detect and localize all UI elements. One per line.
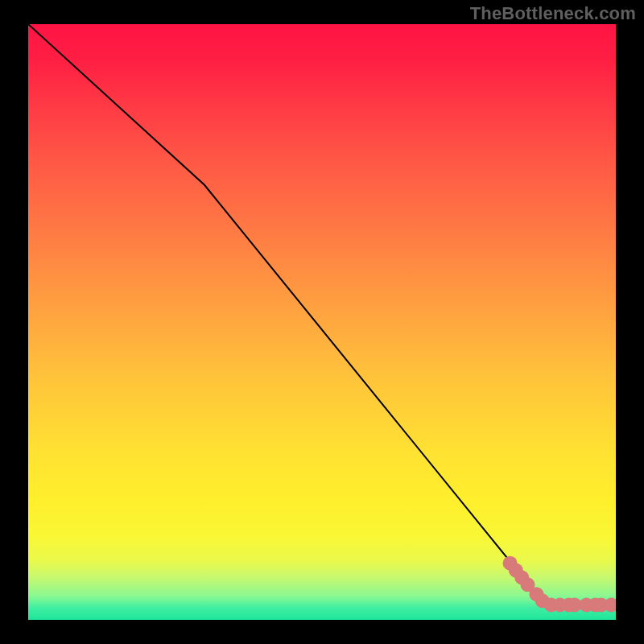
plot-svg [28,24,616,620]
curve-layer [28,24,616,605]
plot-area [28,24,616,620]
chart-frame: TheBottleneck.com [0,0,644,644]
curve-path [28,24,616,605]
markers-layer [503,556,616,613]
watermark: TheBottleneck.com [470,3,636,24]
